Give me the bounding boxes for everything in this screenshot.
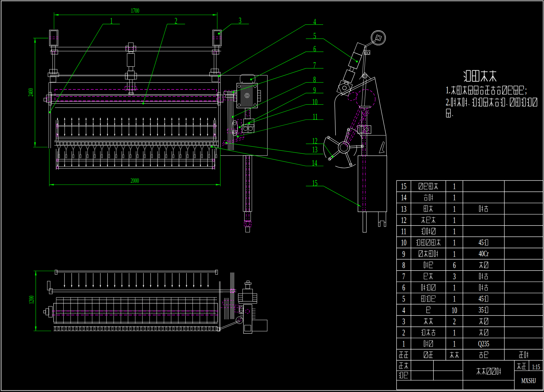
svg-text:1: 1 [453, 192, 456, 202]
svg-text:7: 7 [402, 271, 405, 281]
svg-text:1700: 1700 [131, 7, 139, 14]
svg-text:1200: 1200 [27, 296, 35, 304]
svg-text:2000: 2000 [131, 176, 139, 184]
svg-text:10: 10 [312, 97, 317, 106]
svg-text:1: 1 [453, 339, 456, 349]
svg-text:1: 1 [402, 339, 405, 349]
svg-text:3: 3 [453, 271, 456, 281]
svg-text:1: 1 [453, 204, 456, 213]
svg-text:2: 2 [402, 327, 405, 337]
svg-text:1: 1 [453, 226, 456, 236]
svg-text:9: 9 [313, 85, 316, 95]
svg-text:5: 5 [313, 31, 316, 40]
svg-text:1: 1 [453, 237, 456, 247]
svg-text:8: 8 [402, 260, 405, 270]
svg-text:Q235: Q235 [478, 339, 489, 348]
svg-text:8: 8 [313, 75, 316, 84]
svg-text:15: 15 [401, 181, 407, 191]
svg-text:7: 7 [313, 60, 316, 70]
svg-text:11: 11 [401, 226, 407, 236]
svg-text:15: 15 [312, 178, 317, 188]
svg-text:3: 3 [239, 15, 241, 25]
svg-text:6: 6 [313, 44, 316, 54]
svg-text:3: 3 [402, 316, 405, 326]
svg-text:4: 4 [313, 17, 316, 27]
svg-text:12: 12 [312, 136, 317, 145]
svg-text:10: 10 [452, 305, 457, 315]
svg-text:1: 1 [453, 282, 456, 292]
svg-text:13: 13 [312, 144, 317, 154]
svg-text:;: ; [525, 85, 527, 96]
svg-text:6: 6 [402, 282, 405, 292]
svg-text:6: 6 [453, 260, 456, 270]
svg-text:2: 2 [453, 316, 456, 326]
svg-text:14: 14 [401, 192, 407, 202]
svg-text:35: 35 [478, 305, 484, 314]
svg-text:1: 1 [453, 181, 456, 191]
svg-text:13: 13 [401, 204, 407, 213]
svg-text:4: 4 [402, 305, 405, 315]
svg-text:45: 45 [478, 238, 484, 247]
svg-text:12: 12 [401, 215, 407, 225]
svg-text:1:15: 1:15 [532, 363, 540, 371]
svg-text:10: 10 [401, 237, 407, 247]
svg-text:2400: 2400 [27, 88, 34, 96]
svg-text:1.: 1. [446, 85, 451, 96]
svg-text:1: 1 [453, 294, 456, 304]
svg-text:45: 45 [478, 294, 484, 303]
svg-text:5: 5 [402, 294, 405, 304]
svg-text:14: 14 [312, 158, 317, 168]
svg-text:MXSHJ: MXSHJ [521, 376, 536, 384]
svg-text:1: 1 [453, 327, 456, 337]
svg-text:1: 1 [453, 215, 456, 225]
svg-text:9: 9 [402, 249, 405, 258]
svg-text:2.: 2. [446, 96, 451, 108]
svg-text:1: 1 [453, 249, 456, 258]
svg-text:40Cr: 40Cr [479, 249, 489, 258]
